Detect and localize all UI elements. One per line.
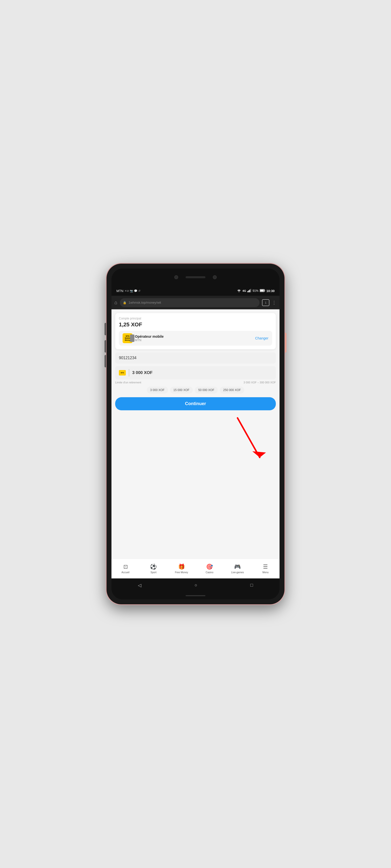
casino-label: Casino — [206, 571, 213, 574]
sport-icon: ⚽ — [150, 564, 157, 570]
camera-left — [174, 275, 178, 279]
phone-screen: MTN ✕⊘ 📷 💬 ↺ 4G — [111, 269, 280, 599]
carrier-icons: ✕⊘ 📷 💬 ↺ — [124, 289, 140, 292]
sport-label: Sport — [150, 571, 157, 574]
nav-item-sport[interactable]: ⚽ Sport — [139, 564, 167, 574]
top-bezel — [111, 269, 280, 286]
time-label: 10:30 — [267, 289, 275, 293]
bottom-indicator — [186, 595, 205, 596]
status-left: MTN ✕⊘ 📷 💬 ↺ — [116, 289, 140, 293]
operator-sub: MTN — [135, 338, 253, 342]
url-text: 1whmsk.top/money/wit — [129, 301, 256, 304]
lock-icon: 🔒 — [123, 301, 127, 304]
svg-line-6 — [238, 418, 260, 458]
signal-icon — [247, 289, 251, 293]
web-content-area: Compte principal 1,25 XOF MTNMobileMoney… — [111, 309, 280, 559]
quick-amounts-row: 3 000 XOF 15 000 XOF 50 000 XOF 250 000 … — [111, 385, 280, 395]
amount-value[interactable]: 3 000 XOF — [132, 370, 152, 375]
quick-amount-1[interactable]: 15 000 XOF — [170, 386, 193, 394]
quick-amount-0[interactable]: 3 000 XOF — [147, 386, 168, 394]
phone-number-field[interactable]: 90121234 — [115, 352, 276, 364]
battery-icon — [260, 289, 265, 293]
phone-device: MTN ✕⊘ 📷 💬 ↺ 4G — [107, 264, 284, 604]
speaker — [186, 276, 205, 278]
limit-label: Limite d'un retirement — [115, 381, 141, 384]
casino-icon: 🎯 — [206, 564, 213, 570]
tab-count-button[interactable]: 1 — [262, 299, 270, 306]
operator-info: Opérateur mobile MTN — [135, 335, 253, 342]
nav-item-menu[interactable]: ☰ Menu — [252, 564, 280, 574]
nav-item-accueil[interactable]: ⊡ Accueil — [111, 564, 139, 574]
wifi-icon — [237, 289, 241, 293]
recent-button[interactable]: □ — [250, 583, 253, 588]
svg-marker-7 — [252, 451, 266, 458]
free-money-label: Free Money — [175, 571, 188, 574]
nav-item-casino[interactable]: 🎯 Casino — [196, 564, 223, 574]
account-label: Compte principal — [119, 317, 272, 320]
browser-home-icon[interactable]: ⌂ — [114, 300, 117, 305]
live-games-label: Live-games — [231, 571, 244, 574]
amount-section: MTN 3 000 XOF — [115, 366, 276, 379]
page-wrapper: MTN ✕⊘ 📷 💬 ↺ 4G — [0, 0, 391, 868]
accueil-label: Accueil — [121, 571, 130, 574]
battery-percent: 91% — [253, 289, 258, 292]
red-arrow-annotation — [230, 413, 275, 468]
operator-row: MTNMobileMoney Opérateur mobile MTN Chan… — [119, 331, 272, 346]
free-money-icon: 🎁 — [178, 564, 185, 570]
main-card: Compte principal 1,25 XOF MTNMobileMoney… — [115, 313, 276, 349]
menu-icon: ☰ — [263, 564, 268, 570]
amount-mtn-icon: MTN — [119, 370, 126, 375]
back-button[interactable]: ◁ — [138, 583, 141, 588]
changer-button[interactable]: Changer — [255, 336, 269, 340]
carrier-label: MTN — [116, 289, 123, 293]
limit-info-row: Limite d'un retirement 3 000 XOF – 300 0… — [111, 379, 280, 385]
accueil-icon: ⊡ — [123, 564, 128, 570]
mtn-logo: MTNMobileMoney — [122, 333, 133, 343]
limit-range: 3 000 XOF – 300 000 XOF — [244, 381, 276, 384]
camera-right — [213, 275, 217, 279]
menu-label: Menu — [262, 571, 269, 574]
svg-rect-3 — [250, 289, 251, 292]
browser-bar: ⌂ 🔒 1whmsk.top/money/wit 1 ⋮ — [111, 296, 280, 309]
bottom-bezel — [111, 592, 280, 599]
svg-rect-5 — [260, 289, 264, 291]
svg-rect-0 — [247, 291, 248, 292]
browser-menu-button[interactable]: ⋮ — [272, 300, 277, 305]
nav-item-live-games[interactable]: 🎮 Live-games — [223, 564, 251, 574]
url-domain: 1whmsk.top/money/wit — [129, 301, 161, 304]
system-nav: ◁ ○ □ — [111, 579, 280, 592]
status-bar: MTN ✕⊘ 📷 💬 ↺ 4G — [111, 286, 280, 296]
account-amount: 1,25 XOF — [119, 321, 272, 328]
amount-divider — [129, 369, 129, 376]
status-right: 4G 91% — [237, 289, 275, 293]
quick-amount-2[interactable]: 50 000 XOF — [195, 386, 218, 394]
home-button[interactable]: ○ — [195, 583, 197, 588]
bottom-nav: ⊡ Accueil ⚽ Sport 🎁 Free Money 🎯 Casino … — [111, 559, 280, 579]
url-bar[interactable]: 🔒 1whmsk.top/money/wit — [120, 298, 259, 307]
continuer-button[interactable]: Continuer — [115, 397, 276, 410]
account-section: Compte principal 1,25 XOF — [119, 317, 272, 328]
svg-rect-1 — [248, 290, 249, 292]
operator-name: Opérateur mobile — [135, 335, 253, 338]
live-games-icon: 🎮 — [234, 564, 241, 570]
quick-amount-3[interactable]: 250 000 XOF — [220, 386, 244, 394]
network-label: 4G — [243, 289, 246, 292]
svg-rect-2 — [249, 289, 250, 292]
nav-item-free-money[interactable]: 🎁 Free Money — [168, 564, 196, 574]
